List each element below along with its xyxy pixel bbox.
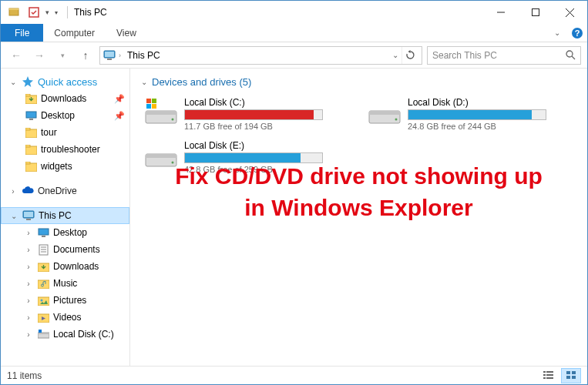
sidebar-item-widgets[interactable]: widgets xyxy=(1,158,129,175)
chevron-right-icon[interactable]: › xyxy=(24,313,33,322)
svg-rect-25 xyxy=(24,212,33,217)
svg-rect-57 xyxy=(546,374,553,376)
sidebar-item-downloads[interactable]: Downloads 📌 xyxy=(1,90,129,107)
minimize-button[interactable] xyxy=(483,2,518,23)
drive-icon xyxy=(36,330,50,339)
qat-properties-icon[interactable] xyxy=(25,4,42,21)
sidebar-item-quick-access[interactable]: ⌄ Quick access xyxy=(1,73,129,90)
sidebar-item-label: Downloads xyxy=(41,93,111,104)
sidebar-item-label: Downloads xyxy=(53,261,125,272)
drive-e[interactable]: Local Disk (E:) 42.8 GB free of 259 GB xyxy=(141,137,341,177)
sidebar-item-tour[interactable]: tour xyxy=(1,124,129,141)
sidebar-item-label: This PC xyxy=(39,210,124,221)
tab-computer[interactable]: Computer xyxy=(43,24,106,42)
svg-rect-55 xyxy=(546,371,553,373)
maximize-button[interactable] xyxy=(518,2,553,23)
content-pane: ⌄ Devices and drives (5) Local Disk (C:)… xyxy=(130,69,587,366)
search-input[interactable]: Search This PC xyxy=(427,46,581,65)
status-bar: 11 items xyxy=(1,366,587,384)
svg-point-50 xyxy=(395,119,398,121)
downloads-icon xyxy=(36,262,50,272)
drive-name: Local Disk (C:) xyxy=(184,97,338,108)
chevron-down-icon[interactable]: ⌄ xyxy=(9,212,18,220)
sidebar-item-desktop[interactable]: Desktop 📌 xyxy=(1,107,129,124)
address-dropdown-icon[interactable]: ⌄ xyxy=(392,51,398,59)
drive-icon xyxy=(144,140,178,169)
sidebar-item-label: tour xyxy=(41,127,125,138)
sidebar-item-pc-documents[interactable]: › Documents xyxy=(1,241,129,258)
breadcrumb-chevron-icon[interactable]: › xyxy=(119,52,121,59)
svg-rect-28 xyxy=(42,236,45,237)
sidebar-item-pc-downloads[interactable]: › Downloads xyxy=(1,258,129,275)
svg-rect-46 xyxy=(146,104,151,109)
close-button[interactable] xyxy=(553,2,587,23)
chevron-right-icon[interactable]: › xyxy=(24,330,33,339)
app-icon xyxy=(5,4,22,21)
sidebar-item-label: Pictures xyxy=(53,295,125,306)
svg-rect-35 xyxy=(38,297,49,306)
forward-button[interactable]: → xyxy=(30,46,49,65)
breadcrumb[interactable]: This PC xyxy=(123,50,166,61)
overlay-line2: in Windows Explorer xyxy=(244,195,472,220)
svg-rect-1 xyxy=(9,8,18,10)
pin-icon: 📌 xyxy=(114,94,125,104)
chevron-down-icon[interactable]: ⌄ xyxy=(141,78,147,86)
sidebar-item-pc-localc[interactable]: › Local Disk (C:) xyxy=(1,326,129,343)
sidebar-item-this-pc[interactable]: ⌄ This PC xyxy=(1,207,129,224)
onedrive-icon xyxy=(21,186,35,196)
svg-rect-10 xyxy=(105,52,114,57)
svg-rect-60 xyxy=(566,371,570,374)
svg-rect-59 xyxy=(546,377,553,379)
tiles-view-button[interactable] xyxy=(561,368,581,383)
tab-view[interactable]: View xyxy=(106,24,147,42)
sidebar-item-label: OneDrive xyxy=(38,186,125,196)
drive-usage-bar xyxy=(184,109,323,120)
sidebar-item-pc-videos[interactable]: › Videos xyxy=(1,309,129,326)
recent-dropdown-icon[interactable]: ▾ xyxy=(53,46,72,65)
chevron-right-icon[interactable]: › xyxy=(24,296,33,305)
chevron-right-icon[interactable]: › xyxy=(24,263,33,271)
svg-rect-15 xyxy=(25,94,30,96)
sidebar-item-troubleshooter[interactable]: troubleshooter xyxy=(1,141,129,158)
svg-point-43 xyxy=(172,119,174,121)
quick-access-toolbar: ▾▾ xyxy=(5,4,69,21)
section-header[interactable]: ⌄ Devices and drives (5) xyxy=(141,76,576,88)
videos-icon xyxy=(36,313,50,323)
drive-usage-bar xyxy=(408,109,546,120)
svg-rect-52 xyxy=(146,154,176,158)
downloads-icon xyxy=(24,94,38,104)
sidebar-item-pc-music[interactable]: › Music xyxy=(1,275,129,292)
svg-rect-18 xyxy=(25,129,37,138)
music-icon xyxy=(36,279,50,289)
svg-point-53 xyxy=(172,162,174,164)
svg-rect-61 xyxy=(572,371,576,374)
chevron-right-icon[interactable]: › xyxy=(8,187,18,196)
svg-rect-19 xyxy=(25,128,30,130)
sidebar-item-pc-pictures[interactable]: › Pictures xyxy=(1,292,129,309)
sidebar-item-pc-desktop[interactable]: › Desktop xyxy=(1,224,129,241)
svg-rect-63 xyxy=(572,376,576,379)
up-button[interactable]: ↑ xyxy=(76,46,95,65)
chevron-down-icon[interactable]: ⌄ xyxy=(8,78,18,86)
help-icon[interactable]: ? xyxy=(567,24,587,42)
sidebar-item-onedrive[interactable]: › OneDrive xyxy=(1,182,129,199)
details-view-button[interactable] xyxy=(538,368,558,383)
back-button[interactable]: ← xyxy=(7,46,25,65)
section-title: Devices and drives (5) xyxy=(152,76,251,88)
drive-icon xyxy=(368,97,402,126)
ribbon-expand-icon[interactable]: ⌄ xyxy=(547,24,567,42)
qat-dropdown-icon[interactable]: ▾▾ xyxy=(45,4,62,21)
svg-rect-49 xyxy=(369,111,400,115)
chevron-right-icon[interactable]: › xyxy=(24,280,33,288)
chevron-right-icon[interactable]: › xyxy=(24,246,33,254)
chevron-right-icon[interactable]: › xyxy=(24,229,33,237)
sidebar-item-label: Desktop xyxy=(53,227,125,238)
svg-rect-17 xyxy=(29,119,33,120)
address-field[interactable]: › This PC ⌄ xyxy=(99,46,422,65)
drive-d[interactable]: Local Disk (D:) 24.8 GB free of 244 GB xyxy=(365,94,565,134)
refresh-button[interactable] xyxy=(402,47,418,64)
sidebar-item-label: Documents xyxy=(53,244,125,255)
tab-file[interactable]: File xyxy=(1,24,43,42)
drive-name: Local Disk (D:) xyxy=(408,97,562,108)
drive-c[interactable]: Local Disk (C:) 11.7 GB free of 194 GB xyxy=(141,94,341,134)
